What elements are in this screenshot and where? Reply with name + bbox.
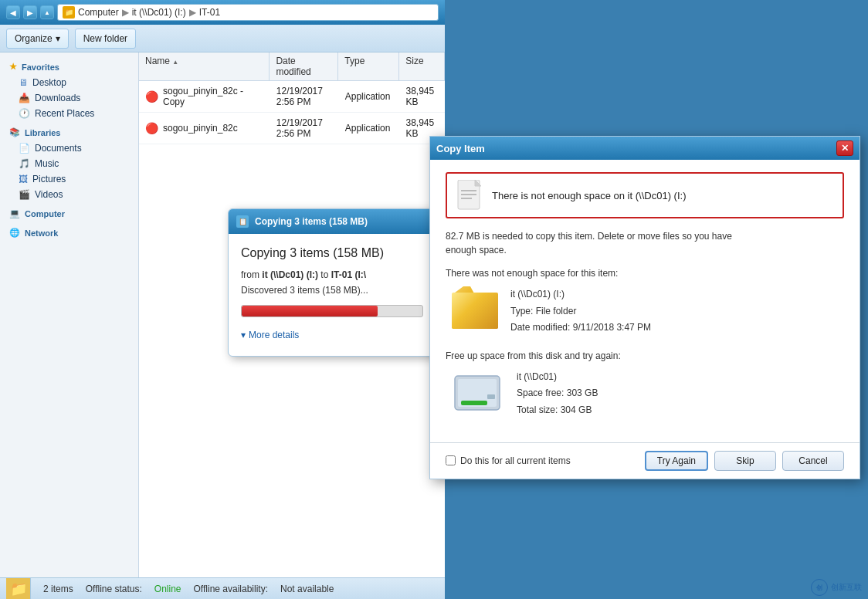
column-type[interactable]: Type	[338, 52, 399, 80]
file-type-2: Application	[339, 121, 400, 135]
copy-progress-icon: 📋	[236, 215, 249, 228]
title-bar: ◀ ▶ ▲ 📁 Computer ▶ it (\\Dc01) (I:) ▶ IT…	[0, 0, 445, 25]
folder-details: it (\\Dc01) (I:) Type: File folder Date …	[510, 286, 651, 337]
forward-button[interactable]: ▶	[23, 5, 37, 19]
offline-avail-value: Not available	[280, 584, 334, 594]
computer-heading[interactable]: 💻 Computer	[0, 205, 138, 222]
breadcrumb: Computer	[78, 7, 119, 18]
file-date-2: 12/19/2017 2:56 PM	[270, 116, 339, 140]
file-list-header: Name ▲ Date modified Type Size	[139, 52, 445, 81]
progress-bar-fill	[242, 306, 378, 316]
up-button[interactable]: ▲	[40, 5, 54, 19]
file-type-1: Application	[339, 90, 400, 103]
sidebar-item-documents[interactable]: 📄 Documents	[0, 140, 138, 156]
copy-progress-heading: Copying 3 items (158 MB)	[241, 246, 423, 260]
address-bar[interactable]: 📁 Computer ▶ it (\\Dc01) (I:) ▶ IT-01	[57, 4, 439, 21]
breadcrumb-dc01[interactable]: it (\\Dc01) (I:)	[132, 7, 186, 18]
watermark-logo: 创	[811, 579, 828, 596]
copy-progress-body: Copying 3 items (158 MB) from it (\\Dc01…	[229, 234, 436, 356]
toolbar: Organize ▾ New folder	[0, 25, 445, 52]
pictures-label: Pictures	[32, 174, 66, 184]
sidebar-item-downloads[interactable]: 📥 Downloads	[0, 90, 138, 106]
not-enough-label: There was not enough space for this item…	[446, 268, 844, 279]
recent-label: Recent Places	[35, 108, 94, 119]
table-row[interactable]: 🔴 sogou_pinyin_82c 12/19/2017 2:56 PM Ap…	[139, 113, 445, 144]
svg-rect-7	[461, 401, 487, 405]
copy-item-title-text: Copy Item	[436, 143, 485, 154]
column-name[interactable]: Name ▲	[139, 52, 270, 80]
drive-name: it (\\Dc01)	[517, 369, 598, 386]
drive-icon	[452, 373, 504, 415]
sidebar-item-music[interactable]: 🎵 Music	[0, 156, 138, 171]
offline-avail-label: Offline availability:	[194, 584, 269, 594]
watermark: 创 创新互联	[811, 579, 862, 596]
status-bar: 📁 2 items Offline status: Online Offline…	[0, 577, 445, 599]
copy-item-body: There is not enough space on it (\\Dc01)…	[430, 160, 860, 442]
sidebar-item-videos[interactable]: 🎬 Videos	[0, 187, 138, 202]
breadcrumb-it01[interactable]: IT-01	[199, 7, 220, 18]
file-icon-1: 🔴	[145, 90, 158, 103]
copy-item-dialog: Copy Item ✕ There is not enough space o	[429, 136, 860, 479]
file-size-1: 38,945 KB	[399, 84, 445, 109]
error-doc-icon	[456, 180, 484, 211]
svg-rect-8	[487, 394, 495, 399]
copy-item-close-button[interactable]: ✕	[836, 140, 853, 156]
drive-details: it (\\Dc01) Space free: 303 GB Total siz…	[517, 369, 598, 419]
offline-status-value: Online	[154, 584, 181, 594]
favorites-label: Favorites	[22, 63, 59, 72]
skip-button[interactable]: Skip	[714, 451, 776, 471]
offline-status-label: Offline status:	[86, 584, 142, 594]
more-details-label: More details	[249, 330, 299, 340]
sidebar-item-desktop[interactable]: 🖥 Desktop	[0, 75, 138, 90]
more-details-chevron-icon: ▾	[241, 330, 246, 340]
more-details-button[interactable]: ▾ More details	[241, 327, 423, 343]
organize-button[interactable]: Organize ▾	[6, 29, 69, 49]
desktop-label: Desktop	[32, 77, 66, 88]
drive-info-row: it (\\Dc01) Space free: 303 GB Total siz…	[446, 369, 844, 419]
column-date[interactable]: Date modified	[270, 52, 338, 80]
all-items-label: Do this for all current items	[460, 455, 571, 466]
computer-label: Computer	[25, 209, 65, 218]
computer-icon: 💻	[9, 208, 20, 218]
desktop-icon: 🖥	[19, 77, 28, 88]
column-size[interactable]: Size	[399, 52, 445, 80]
network-section: 🌐 Network	[0, 225, 138, 241]
folder-type: Type: File folder	[510, 303, 651, 320]
library-icon: 📚	[9, 127, 20, 137]
checkbox-row[interactable]: Do this for all current items	[446, 455, 571, 466]
network-heading[interactable]: 🌐 Network	[0, 225, 138, 241]
free-space-label: Free up space from this disk and try aga…	[446, 350, 844, 361]
network-icon: 🌐	[9, 228, 20, 238]
breadcrumb-sep2: ▶	[189, 7, 196, 18]
folder-name: it (\\Dc01) (I:)	[510, 286, 651, 303]
new-folder-button[interactable]: New folder	[75, 29, 136, 49]
downloads-label: Downloads	[35, 93, 80, 103]
close-icon: ✕	[841, 143, 849, 154]
try-again-button[interactable]: Try Again	[645, 451, 708, 471]
copy-item-title-bar: Copy Item ✕	[430, 137, 860, 160]
folder-info-row: it (\\Dc01) (I:) Type: File folder Date …	[446, 286, 844, 337]
error-message-text: There is not enough space on it (\\Dc01)…	[492, 190, 686, 201]
libraries-heading[interactable]: 📚 Libraries	[0, 124, 138, 140]
sidebar-item-recent[interactable]: 🕐 Recent Places	[0, 106, 138, 121]
copy-progress-title-bar: 📋 Copying 3 items (158 MB)	[229, 209, 436, 234]
breadcrumb-sep1: ▶	[122, 7, 129, 18]
sidebar-item-pictures[interactable]: 🖼 Pictures	[0, 171, 138, 187]
drive-total-size: Total size: 304 GB	[517, 402, 598, 419]
drive-space-free: Space free: 303 GB	[517, 385, 598, 402]
downloads-icon: 📥	[19, 93, 30, 103]
favorites-section: ★ Favorites 🖥 Desktop 📥 Downloads 🕐 Rece…	[0, 59, 138, 121]
organize-chevron-icon: ▾	[56, 33, 60, 44]
cancel-button[interactable]: Cancel	[782, 451, 844, 471]
documents-icon: 📄	[19, 143, 30, 154]
videos-icon: 🎬	[19, 189, 30, 200]
all-items-checkbox[interactable]	[446, 455, 456, 465]
videos-label: Videos	[35, 189, 63, 200]
back-button[interactable]: ◀	[6, 5, 20, 19]
favorites-heading[interactable]: ★ Favorites	[0, 59, 138, 75]
copy-progress-from: from it (\\Dc01) (I:) to IT-01 (I:\	[241, 269, 423, 280]
copy-progress-title-text: Copying 3 items (158 MB)	[255, 216, 368, 227]
sort-icon: ▲	[172, 59, 178, 66]
status-folder-icon: 📁	[6, 578, 31, 600]
table-row[interactable]: 🔴 sogou_pinyin_82c - Copy 12/19/2017 2:5…	[139, 81, 445, 113]
